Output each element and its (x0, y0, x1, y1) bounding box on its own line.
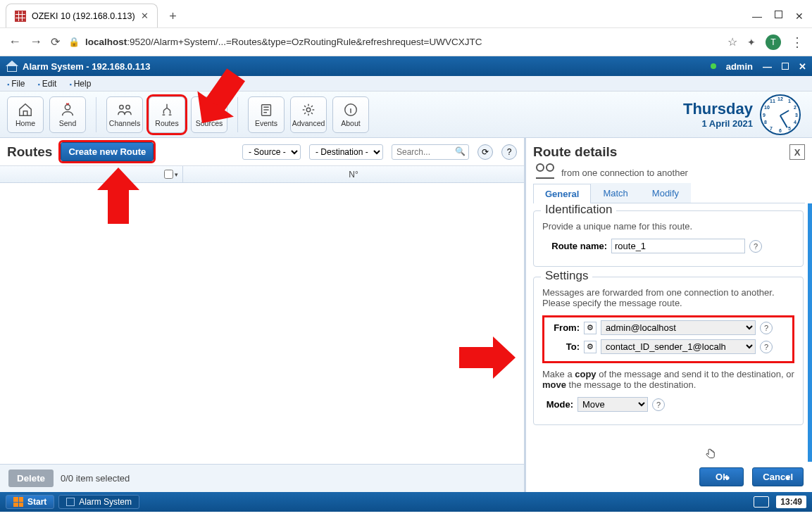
advanced-button[interactable]: Advanced (290, 96, 327, 133)
menu-file[interactable]: File (7, 79, 25, 89)
help-icon[interactable]: ? (749, 240, 762, 253)
create-new-route-button[interactable]: Create new Route (61, 142, 154, 161)
select-all-checkbox[interactable] (164, 170, 173, 179)
about-button[interactable]: About (332, 96, 369, 133)
taskbar: Start Alarm System 13:49 (0, 492, 812, 512)
reload-icon[interactable]: ⟳ (51, 35, 60, 49)
source-filter-select[interactable]: - Source - (242, 144, 301, 160)
taskbar-time: 13:49 (776, 496, 806, 508)
gear-icon[interactable]: ⚙ (584, 322, 596, 334)
channels-button[interactable]: Channels (106, 96, 143, 133)
selection-count: 0/0 item selected (61, 473, 130, 484)
svg-point-2 (126, 105, 130, 109)
help-icon[interactable]: ? (501, 144, 517, 160)
refresh-icon[interactable]: ⟳ (477, 144, 493, 160)
to-label: To: (549, 341, 580, 352)
routes-heading: Routes (7, 144, 52, 160)
taskbar-app-alarm-system[interactable]: Alarm System (58, 495, 139, 509)
maximize-icon[interactable] (775, 11, 782, 18)
routes-pane: Routes Create new Route - Source - - Des… (0, 138, 525, 492)
clock-face-icon: 12369 12 45 78 1011 (760, 94, 801, 135)
sources-button[interactable]: Sources (191, 96, 227, 133)
browser-toolbar: ← → ⟳ 🔒 localhost:9520/Alarm+System/...=… (0, 28, 812, 56)
from-label: From: (549, 322, 580, 333)
identification-desc: Provide a unique name for this route. (542, 221, 794, 232)
app-house-icon (66, 498, 75, 506)
lock-icon: 🔒 (68, 37, 80, 47)
tab-general[interactable]: General (533, 184, 591, 203)
app-home-icon[interactable] (6, 61, 18, 72)
app-close-icon[interactable]: ✕ (799, 61, 806, 72)
app-minimize-icon[interactable]: — (763, 61, 772, 72)
clock-day: Thursday (683, 100, 753, 118)
ribbon-toolbar: Home Send Channels Routes Sources Events… (0, 92, 812, 138)
search-icon[interactable]: 🔍 (455, 146, 466, 156)
route-name-label: Route name: (542, 241, 607, 251)
routes-button[interactable]: Routes (149, 96, 185, 133)
minimize-icon[interactable]: — (752, 11, 762, 22)
close-window-icon[interactable]: ✕ (795, 11, 804, 22)
help-icon[interactable]: ? (652, 398, 665, 411)
send-button[interactable]: Send (49, 96, 86, 133)
help-icon[interactable]: ? (760, 341, 773, 353)
from-select[interactable]: admin@localhost (601, 320, 756, 335)
mode-select[interactable]: Move (577, 397, 648, 412)
svg-point-4 (206, 106, 207, 107)
settings-legend: Settings (541, 269, 592, 283)
mode-label: Mode: (542, 399, 573, 410)
start-button[interactable]: Start (6, 495, 54, 509)
tab-modify[interactable]: Modify (640, 183, 691, 203)
admin-label[interactable]: admin (726, 61, 753, 72)
ok-button[interactable]: Ok (699, 467, 744, 486)
events-button[interactable]: Events (248, 96, 285, 133)
browser-titlebar: OZEKI 10 (192.168.0.113) ✕ + — ✕ (0, 0, 812, 28)
close-details-icon[interactable]: X (789, 144, 805, 160)
to-select[interactable]: contact_ID_sender_1@localh (601, 339, 756, 354)
from-to-highlight-box: From: ⚙ admin@localhost ? To: ⚙ contact_… (542, 315, 794, 363)
bookmark-star-icon[interactable]: ☆ (727, 35, 737, 49)
start-grid-icon (13, 497, 23, 507)
gear-icon[interactable]: ⚙ (584, 341, 596, 353)
close-tab-icon[interactable]: ✕ (141, 11, 149, 21)
browser-menu-icon[interactable]: ⋮ (791, 34, 804, 50)
keyboard-icon[interactable] (754, 496, 769, 508)
details-tabs: General Match Modify (533, 183, 805, 203)
routes-table-body (0, 183, 524, 464)
favicon-grid-icon (15, 11, 26, 22)
route-details-subtitle: from one connection to another (561, 168, 688, 178)
svg-point-6 (306, 108, 311, 112)
settings-note: Make a copy of the message and send it t… (542, 369, 794, 390)
route-details-heading: Route details (533, 144, 617, 160)
clock-date: 1 April 2021 (683, 118, 753, 129)
tab-match[interactable]: Match (591, 183, 639, 203)
settings-desc: Messages are forwarded from one connecti… (542, 287, 794, 308)
forward-icon[interactable]: → (30, 34, 42, 49)
browser-tab[interactable]: OZEKI 10 (192.168.0.113) ✕ (6, 4, 158, 27)
menu-edit[interactable]: Edit (38, 79, 57, 89)
column-no: N° (183, 170, 524, 179)
routes-table-header: ▾ N° (0, 166, 524, 183)
route-details-pane: Route details X from one connection to a… (525, 138, 812, 492)
browser-tab-title: OZEKI 10 (192.168.0.113) (32, 11, 135, 21)
svg-point-1 (120, 105, 124, 109)
status-dot-icon (711, 63, 716, 69)
extensions-icon[interactable]: ✦ (747, 37, 756, 48)
cancel-button[interactable]: Cancel (752, 467, 804, 486)
settings-fieldset: Settings Messages are forwarded from one… (533, 277, 804, 425)
help-icon[interactable]: ? (760, 322, 773, 334)
address-bar[interactable]: 🔒 localhost:9520/Alarm+System/...=Routes… (68, 37, 719, 47)
app-maximize-icon[interactable] (782, 63, 789, 70)
route-name-input[interactable] (611, 239, 745, 253)
menu-help[interactable]: Help (69, 79, 91, 89)
identification-fieldset: Identification Provide a unique name for… (533, 210, 804, 267)
route-graph-icon (536, 166, 554, 179)
profile-avatar[interactable]: T (766, 34, 781, 50)
new-tab-button[interactable]: + (163, 6, 183, 26)
identification-legend: Identification (541, 203, 616, 217)
back-icon[interactable]: ← (8, 34, 21, 49)
delete-button[interactable]: Delete (8, 470, 54, 487)
app-titlebar: Alarm System - 192.168.0.113 admin — ✕ (0, 56, 812, 76)
clock-block: Thursday 1 April 2021 12369 12 45 78 101… (683, 94, 805, 135)
destination-filter-select[interactable]: - Destination - (309, 144, 383, 160)
home-button[interactable]: Home (7, 96, 44, 133)
